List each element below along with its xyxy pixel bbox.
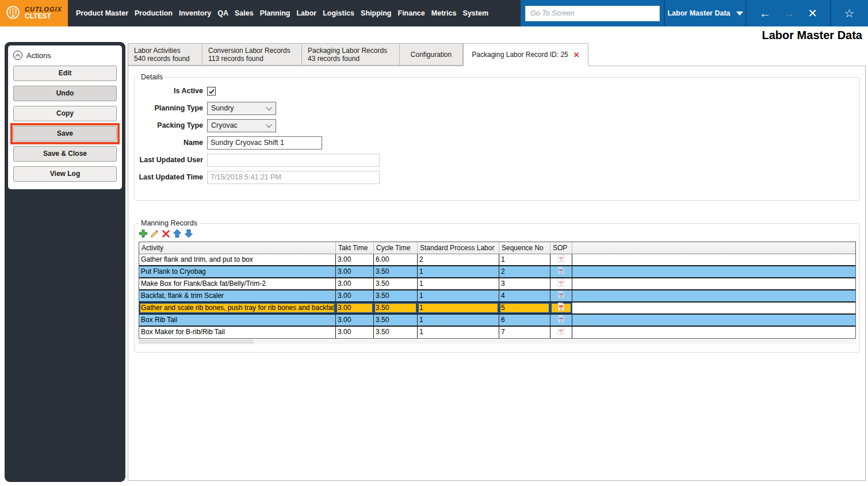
tab-conversion-labor-records[interactable]: Conversion Labor Records113 records foun…: [202, 43, 302, 66]
sequence-no-cell[interactable]: 5: [499, 303, 550, 313]
sop-pdf-icon[interactable]: [557, 290, 565, 301]
activity-cell[interactable]: Box Maker for B-rib/Rib Tail: [139, 327, 336, 338]
sop-pdf-icon[interactable]: [557, 303, 565, 313]
last-updated-user-input[interactable]: [207, 154, 380, 167]
tab-configuration[interactable]: Configuration: [400, 43, 463, 66]
menu-item-finance[interactable]: Finance: [398, 9, 425, 17]
view-log-button[interactable]: View Log: [13, 166, 117, 182]
sop-cell[interactable]: [550, 315, 572, 326]
sop-pdf-icon[interactable]: [557, 266, 565, 277]
sop-pdf-icon[interactable]: [557, 254, 565, 265]
cycle-time-cell[interactable]: 6.00: [374, 254, 418, 265]
close-screen-icon[interactable]: ✕: [808, 7, 817, 19]
standard-process-labor-cell[interactable]: 1: [418, 266, 499, 277]
menu-item-inventory[interactable]: Inventory: [179, 9, 211, 17]
cycle-time-cell[interactable]: 3.50: [374, 315, 418, 326]
standard-process-labor-cell[interactable]: 1: [418, 327, 499, 338]
move-up-icon[interactable]: [173, 229, 182, 238]
menu-item-qa[interactable]: QA: [217, 9, 228, 17]
takt-time-cell[interactable]: 3.00: [336, 327, 374, 338]
tab-packaging-labor-record-id-25[interactable]: Packaging Labor Record ID: 25✕: [463, 43, 588, 66]
tab-packaging-labor-records[interactable]: Packaging Labor Records43 records found: [302, 43, 400, 66]
menu-item-metrics[interactable]: Metrics: [431, 9, 457, 17]
back-arrow-icon[interactable]: ←: [759, 7, 771, 19]
favorite-star-icon[interactable]: ☆: [831, 0, 867, 26]
manning-record-row[interactable]: Backfat, flank & trim Scaler3.003.5014: [139, 290, 855, 303]
add-record-icon[interactable]: [139, 229, 148, 238]
takt-time-cell[interactable]: 3.00: [336, 315, 374, 326]
takt-time-cell[interactable]: 3.00: [336, 303, 374, 313]
takt-time-cell[interactable]: 3.00: [336, 278, 374, 289]
sequence-no-cell[interactable]: 3: [499, 278, 550, 289]
save-button[interactable]: Save: [13, 126, 117, 141]
activity-cell[interactable]: Put Flank to Cryobag: [139, 266, 336, 277]
manning-record-row[interactable]: Make Box for Flank/Back fat/Belly/Trim-2…: [139, 278, 855, 290]
menu-item-planning[interactable]: Planning: [260, 9, 290, 17]
sequence-no-cell[interactable]: 6: [499, 315, 550, 326]
activity-cell[interactable]: Make Box for Flank/Back fat/Belly/Trim-2: [139, 278, 336, 289]
activity-cell[interactable]: Gather flank and trim, and put to box: [139, 254, 336, 265]
tab-labor-activities[interactable]: Labor Activities540 records found: [128, 43, 202, 66]
takt-time-cell[interactable]: 3.00: [336, 290, 374, 301]
manning-record-row[interactable]: Box Maker for B-rib/Rib Tail3.003.5017: [139, 327, 855, 338]
sop-cell[interactable]: [550, 290, 572, 301]
undo-button[interactable]: Undo: [13, 86, 117, 101]
scrollbar-thumb[interactable]: [139, 339, 254, 344]
standard-process-labor-cell[interactable]: 2: [418, 254, 499, 265]
sequence-no-cell[interactable]: 1: [499, 254, 550, 265]
column-header-sop[interactable]: SOP: [550, 242, 572, 254]
cycle-time-cell[interactable]: 3.50: [374, 303, 418, 313]
sop-cell[interactable]: [550, 254, 572, 265]
sequence-no-cell[interactable]: 4: [499, 290, 550, 301]
sequence-no-cell[interactable]: 2: [499, 266, 550, 277]
standard-process-labor-cell[interactable]: 1: [418, 303, 499, 313]
collapse-panel-icon[interactable]: [13, 51, 22, 60]
save-close-button[interactable]: Save & Close: [13, 146, 117, 162]
column-header-activity[interactable]: Activity: [139, 242, 336, 254]
takt-time-cell[interactable]: 3.00: [336, 254, 374, 265]
packing-type-dropdown[interactable]: Cryovac: [207, 119, 276, 132]
column-header-sequence-no[interactable]: Sequence No: [499, 242, 550, 254]
menu-item-sales[interactable]: Sales: [235, 9, 254, 17]
sop-cell[interactable]: [550, 327, 572, 338]
edit-button[interactable]: Edit: [13, 66, 117, 81]
column-header-takt-time[interactable]: Takt Time: [336, 242, 374, 254]
cycle-time-cell[interactable]: 3.50: [374, 266, 418, 277]
menu-item-production[interactable]: Production: [135, 9, 173, 17]
delete-record-icon[interactable]: [162, 229, 170, 238]
sop-cell[interactable]: [550, 303, 572, 313]
standard-process-labor-cell[interactable]: 1: [418, 315, 499, 326]
standard-process-labor-cell[interactable]: 1: [418, 278, 499, 289]
manning-record-row[interactable]: Gather flank and trim, and put to box3.0…: [139, 254, 855, 266]
column-header-standard-process-labor[interactable]: Standard Process Labor: [418, 242, 499, 254]
menu-item-product-master[interactable]: Product Master: [76, 9, 128, 17]
activity-cell[interactable]: Gather and scale rib bones, push tray fo…: [139, 303, 336, 313]
name-input[interactable]: [207, 136, 322, 150]
sop-cell[interactable]: [550, 278, 572, 289]
manning-record-row[interactable]: Gather and scale rib bones, push tray fo…: [139, 303, 855, 315]
sop-pdf-icon[interactable]: [557, 327, 565, 338]
screen-selector-dropdown[interactable]: Labor Master Data: [665, 0, 745, 26]
standard-process-labor-cell[interactable]: 1: [418, 290, 499, 301]
takt-time-cell[interactable]: 3.00: [336, 266, 374, 277]
tab-close-icon[interactable]: ✕: [573, 51, 580, 59]
column-header-cycle-time[interactable]: Cycle Time: [374, 242, 418, 254]
forward-arrow-icon[interactable]: →: [783, 7, 795, 19]
edit-record-icon[interactable]: [150, 229, 159, 238]
manning-record-row[interactable]: Put Flank to Cryobag3.003.5012: [139, 266, 855, 278]
menu-item-system[interactable]: System: [463, 9, 488, 17]
cycle-time-cell[interactable]: 3.50: [374, 278, 418, 289]
is-active-checkbox[interactable]: [207, 87, 216, 95]
last-updated-time-input[interactable]: [207, 171, 380, 184]
sop-pdf-icon[interactable]: [557, 278, 565, 289]
move-down-icon[interactable]: [184, 229, 193, 238]
manning-record-row[interactable]: Box Rib Tail3.003.5016: [139, 315, 855, 327]
sop-pdf-icon[interactable]: [557, 315, 565, 326]
menu-item-shipping[interactable]: Shipping: [361, 9, 391, 17]
activity-cell[interactable]: Box Rib Tail: [139, 315, 336, 326]
cycle-time-cell[interactable]: 3.50: [374, 290, 418, 301]
cycle-time-cell[interactable]: 3.50: [374, 327, 418, 338]
grid-horizontal-scrollbar[interactable]: [139, 339, 856, 344]
copy-button[interactable]: Copy: [13, 106, 117, 121]
menu-item-labor[interactable]: Labor: [296, 9, 316, 17]
